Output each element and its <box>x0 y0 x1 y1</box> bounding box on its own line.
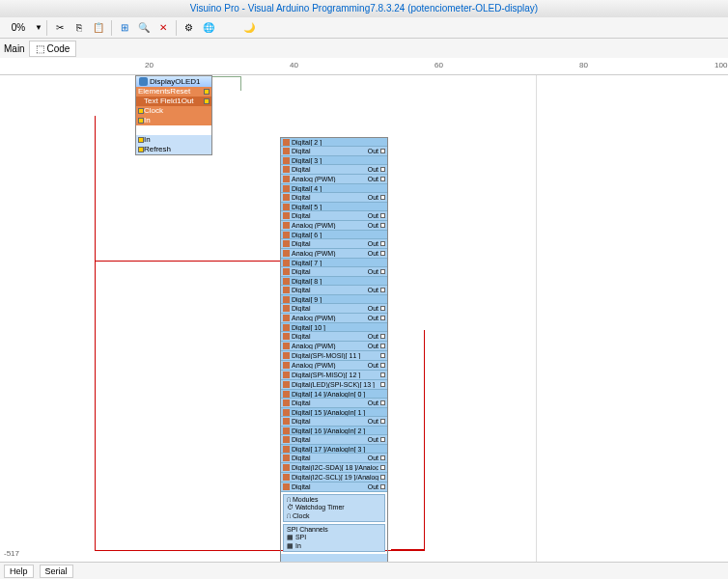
chip-icon: ▦ <box>287 534 295 540</box>
output-pin[interactable] <box>380 484 385 489</box>
pin-row[interactable]: Digital(I2C-SDA)[ 18 ]/AnalogIn[ 4 ] <box>281 463 387 473</box>
pin-row[interactable]: Analog (PWM)Out <box>281 314 387 323</box>
spi-channel[interactable]: ▦ SPI <box>284 534 384 542</box>
pin-reset[interactable] <box>204 89 210 95</box>
pin-sub-row[interactable]: Digital[ 15 ]/AnalogIn[ 1 ] <box>281 408 387 417</box>
pin-sub-row[interactable]: Digital[ 16 ]/AnalogIn[ 2 ] <box>281 427 387 435</box>
pin-row[interactable]: DigitalOut <box>281 482 387 492</box>
output-pin[interactable] <box>380 334 385 339</box>
output-pin[interactable] <box>380 149 385 153</box>
tool-link-icon[interactable]: ⊞ <box>116 19 133 37</box>
output-pin[interactable] <box>380 306 385 311</box>
output-pin[interactable] <box>380 465 385 470</box>
pin-sub-row[interactable]: Digital[ 7 ] <box>281 259 387 267</box>
pin-row[interactable]: Analog (PWM)Out <box>281 342 387 351</box>
pin-row[interactable]: DigitalOut <box>281 399 387 408</box>
output-pin[interactable] <box>380 372 385 377</box>
pin-row[interactable]: DigitalOut <box>281 211 387 221</box>
row-textfield[interactable]: Text Field1 Out <box>136 96 211 106</box>
tool-cut-icon[interactable]: ✂ <box>51 19 69 37</box>
pin-row[interactable]: Digital(SPI-MOSI)[ 11 ] <box>281 351 387 361</box>
pin-row[interactable]: Analog (PWM)Out <box>281 175 387 184</box>
pin-row[interactable]: DigitalOut <box>281 147 387 156</box>
pin-row[interactable]: Digital(LED)(SPI-SCK)[ 13 ] <box>281 380 387 390</box>
output-pin[interactable] <box>380 400 385 405</box>
pin-sub-row[interactable]: Digital[ 2 ] <box>281 138 387 147</box>
pin-row[interactable]: DigitalOut <box>281 267 387 277</box>
pin-row[interactable]: Analog (PWM)Out <box>281 249 387 259</box>
output-pin[interactable] <box>380 419 385 424</box>
pin-out[interactable] <box>204 98 210 104</box>
pin-sub-row[interactable]: Digital[ 17 ]/AnalogIn[ 3 ] <box>281 445 387 454</box>
row-in2[interactable]: In <box>136 135 211 145</box>
pin-sub-row[interactable]: Digital[ 4 ] <box>281 184 387 193</box>
pin-row[interactable]: Analog (PWM)Out <box>281 221 387 231</box>
pin-row[interactable]: DigitalOut <box>281 239 387 249</box>
pin-sub-row[interactable]: Digital[ 10 ] <box>281 323 387 332</box>
pin-sub-row[interactable]: Digital[ 5 ] <box>281 203 387 211</box>
pin-sub-row[interactable]: Digital[ 9 ] <box>281 295 387 304</box>
pin-row[interactable]: DigitalOut <box>281 193 387 203</box>
module-clock[interactable]: ⎍ Clock <box>284 512 384 521</box>
output-pin[interactable] <box>380 316 385 320</box>
folder-icon <box>283 148 290 154</box>
pin-row[interactable]: Analog (PWM)Out <box>281 361 387 371</box>
row-in[interactable]: In <box>136 116 211 125</box>
row-clock[interactable]: Clock <box>136 106 211 116</box>
output-pin[interactable] <box>380 213 385 218</box>
output-pin[interactable] <box>380 455 385 460</box>
tool-globe-icon[interactable]: 🌐 <box>200 19 217 37</box>
output-pin[interactable] <box>380 382 385 387</box>
status-serial-button[interactable]: Serial <box>40 565 73 578</box>
output-pin[interactable] <box>380 269 385 274</box>
output-pin[interactable] <box>380 251 385 256</box>
section-modules[interactable]: ⎍ Modules ⏱ Watchdog Timer ⎍ Clock <box>283 494 385 522</box>
row-refresh[interactable]: Refresh <box>136 145 211 154</box>
pin-sub-row[interactable]: Digital[ 6 ] <box>281 231 387 239</box>
tab-main[interactable]: Main <box>4 43 25 54</box>
tool-moon-icon[interactable]: 🌙 <box>240 19 258 37</box>
pin-row[interactable]: Digital(I2C-SCL)[ 19 ]/AnalogIn[ 5 ] <box>281 473 387 482</box>
pin-row[interactable]: DigitalOut <box>281 286 387 295</box>
statusbar: -517 Help Serial <box>0 562 728 579</box>
output-pin[interactable] <box>380 177 385 181</box>
pin-sub-row[interactable]: Digital[ 3 ] <box>281 156 387 165</box>
canvas[interactable]: DisplayOLED1 Elements Reset Text Field1 … <box>0 75 728 562</box>
output-pin[interactable] <box>380 167 385 172</box>
pin-row[interactable]: Digital(SPI-MISO)[ 12 ] <box>281 371 387 380</box>
output-pin[interactable] <box>380 475 385 480</box>
row-elements[interactable]: Elements Reset <box>136 87 211 96</box>
component-header[interactable]: DisplayOLED1 <box>136 76 211 87</box>
module-watchdog[interactable]: ⏱ Watchdog Timer <box>284 504 384 512</box>
status-help-button[interactable]: Help <box>4 565 34 578</box>
tool-copy-icon[interactable]: ⎘ <box>70 19 88 37</box>
output-pin[interactable] <box>380 437 385 442</box>
component-display-oled[interactable]: DisplayOLED1 Elements Reset Text Field1 … <box>135 75 212 155</box>
output-pin[interactable] <box>380 353 385 358</box>
output-pin[interactable] <box>380 195 385 200</box>
folder-icon <box>283 287 290 293</box>
output-pin[interactable] <box>380 241 385 246</box>
tool-paste-icon[interactable]: 📋 <box>90 19 107 37</box>
tool-delete-icon[interactable]: ✕ <box>154 19 172 37</box>
output-pin[interactable] <box>380 344 385 348</box>
zoom-level[interactable]: 0% <box>4 19 33 37</box>
component-arduino[interactable]: Digital[ 2 ]DigitalOutDigital[ 3 ]Digita… <box>280 137 388 562</box>
pin-row[interactable]: DigitalOut <box>281 454 387 463</box>
pin-row[interactable]: DigitalOut <box>281 304 387 314</box>
pin-row[interactable]: DigitalOut <box>281 165 387 175</box>
pin-row[interactable]: DigitalOut <box>281 435 387 445</box>
tool-search-icon[interactable]: 🔍 <box>135 19 153 37</box>
pin-sub-row[interactable]: Digital[ 8 ] <box>281 277 387 286</box>
output-pin[interactable] <box>380 288 385 292</box>
tool-gear-icon[interactable]: ⚙ <box>181 19 198 37</box>
section-spi[interactable]: SPI Channels ▦ SPI ▦ In <box>283 524 385 552</box>
pin-sub-row[interactable]: Digital[ 14 ]/AnalogIn[ 0 ] <box>281 390 387 399</box>
spi-in[interactable]: ▦ In <box>284 542 384 551</box>
tab-code[interactable]: ⬚ Code <box>29 41 77 57</box>
pin-row[interactable]: DigitalOut <box>281 332 387 342</box>
output-pin[interactable] <box>380 363 385 368</box>
output-pin[interactable] <box>380 223 385 228</box>
pin-row[interactable]: DigitalOut <box>281 417 387 427</box>
folder-icon <box>283 446 290 453</box>
